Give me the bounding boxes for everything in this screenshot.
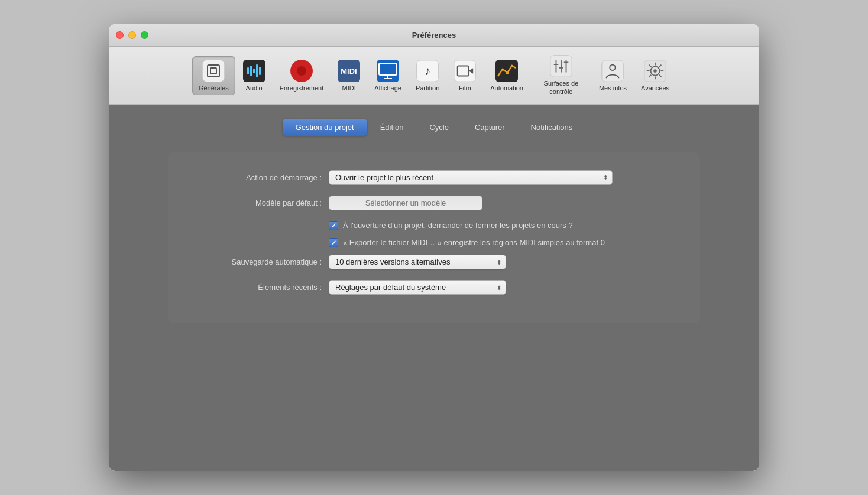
modele-par-defaut-row: Modèle par défaut : — [192, 196, 676, 210]
toolbar-item-affichage[interactable]: Affichage — [368, 56, 408, 95]
sauvegarde-row: Sauvegarde automatique : Désactivé 5 der… — [192, 255, 676, 269]
toolbar-label-partition: Partition — [416, 84, 439, 92]
action-demarrage-control: Ne rien faire Ouvrir le projet le plus r… — [329, 170, 613, 185]
svg-rect-6 — [259, 67, 261, 75]
affichage-icon — [377, 60, 399, 82]
svg-rect-4 — [253, 69, 255, 73]
action-demarrage-wrapper: Ne rien faire Ouvrir le projet le plus r… — [329, 170, 613, 185]
svg-point-21 — [506, 71, 509, 74]
svg-text:♪: ♪ — [425, 63, 430, 77]
action-demarrage-row: Action de démarrage : Ne rien faire Ouvr… — [192, 170, 676, 185]
checkbox2[interactable]: ✓ — [329, 238, 338, 248]
modele-par-defaut-control — [329, 196, 613, 210]
modele-par-defaut-label: Modèle par défaut : — [192, 198, 322, 207]
svg-rect-1 — [210, 68, 216, 74]
toolbar-label-midi: MIDI — [342, 84, 356, 92]
close-button[interactable] — [116, 31, 124, 39]
toolbar-label-automation: Automation — [490, 84, 523, 92]
elements-recents-select[interactable]: Réglages par défaut du système 5 élément… — [329, 280, 506, 295]
toolbar-label-mesinfos: Mes infos — [599, 84, 627, 92]
toolbar-item-automation[interactable]: Automation — [484, 56, 530, 95]
svg-rect-2 — [247, 67, 249, 74]
checkbox2-label: « Exporter le fichier MIDI… » enregistre… — [343, 238, 605, 248]
window-title: Préférences — [412, 31, 456, 40]
toolbar-label-audio: Audio — [246, 84, 263, 92]
svg-rect-20 — [495, 60, 518, 82]
sauvegarde-label: Sauvegarde automatique : — [192, 258, 322, 266]
toolbar-label-affichage: Affichage — [374, 84, 401, 92]
checkbox1-label: À l'ouverture d'un projet, demander de f… — [343, 221, 573, 231]
toolbar-item-avancees[interactable]: Avancées — [634, 56, 676, 95]
checkbox2-container: ✓ « Exporter le fichier MIDI… » enregist… — [329, 238, 605, 248]
tab-cycle[interactable]: Cycle — [416, 119, 462, 136]
tab-gestion[interactable]: Gestion du projet — [283, 119, 367, 136]
toolbar-label-avancees: Avancées — [641, 84, 669, 92]
toolbar-item-film[interactable]: Film — [447, 56, 482, 95]
elements-recents-row: Éléments récents : Réglages par défaut d… — [192, 280, 676, 295]
surfaces-icon — [550, 55, 572, 77]
checkbox1-row: ✓ À l'ouverture d'un projet, demander de… — [192, 221, 676, 231]
toolbar-item-enregistrement[interactable]: Enregistrement — [273, 56, 331, 95]
checkbox2-check: ✓ — [331, 240, 336, 246]
toolbar-label-surfaces: Surfaces de contrôle — [537, 80, 585, 95]
preferences-window: Préférences Générales — [109, 24, 759, 470]
elements-recents-wrapper: Réglages par défaut du système 5 élément… — [329, 280, 506, 295]
sauvegarde-control: Désactivé 5 dernières versions alternati… — [329, 255, 613, 269]
tab-capturer[interactable]: Capturer — [462, 119, 518, 136]
checkbox1-container: ✓ À l'ouverture d'un projet, demander de… — [329, 221, 573, 231]
partition-icon: ♪ — [416, 60, 439, 82]
minimize-button[interactable] — [128, 31, 136, 39]
toolbar-item-generales[interactable]: Générales — [192, 56, 235, 95]
tab-bar: Gestion du projet Édition Cycle Capturer… — [121, 119, 747, 136]
sauvegarde-select[interactable]: Désactivé 5 dernières versions alternati… — [329, 255, 506, 269]
mesinfos-icon — [601, 60, 624, 82]
sauvegarde-wrapper: Désactivé 5 dernières versions alternati… — [329, 255, 506, 269]
checkbox2-row: ✓ « Exporter le fichier MIDI… » enregist… — [192, 238, 676, 248]
tab-edition[interactable]: Édition — [367, 119, 417, 136]
action-demarrage-select[interactable]: Ne rien faire Ouvrir le projet le plus r… — [329, 170, 613, 185]
titlebar: Préférences — [109, 24, 759, 47]
content-area: Gestion du projet Édition Cycle Capturer… — [109, 105, 759, 471]
toolbar-item-midi[interactable]: MIDI MIDI — [331, 56, 367, 95]
toolbar-label-enregistrement: Enregistrement — [280, 84, 324, 92]
toolbar: Générales Audio — [109, 47, 759, 104]
settings-panel: Action de démarrage : Ne rien faire Ouvr… — [168, 152, 700, 324]
generales-icon — [202, 60, 225, 82]
checkbox1[interactable]: ✓ — [329, 221, 338, 230]
midi-icon: MIDI — [338, 60, 360, 82]
elements-recents-label: Éléments récents : — [192, 283, 322, 292]
tab-notifications[interactable]: Notifications — [518, 119, 586, 136]
svg-text:MIDI: MIDI — [341, 67, 357, 76]
automation-icon — [495, 60, 518, 82]
window-controls — [116, 31, 148, 39]
checkbox1-check: ✓ — [331, 223, 336, 229]
audio-icon — [243, 60, 265, 82]
avancees-icon — [644, 60, 666, 82]
svg-point-33 — [653, 69, 657, 73]
svg-rect-5 — [256, 64, 258, 77]
action-demarrage-label: Action de démarrage : — [192, 173, 322, 182]
maximize-button[interactable] — [141, 31, 148, 39]
svg-rect-3 — [250, 66, 252, 76]
svg-rect-0 — [208, 65, 219, 77]
enregistrement-icon — [290, 60, 313, 82]
modele-par-defaut-input[interactable] — [329, 196, 482, 210]
toolbar-item-surfaces[interactable]: Surfaces de contrôle — [531, 51, 591, 99]
toolbar-label-film: Film — [459, 84, 471, 92]
film-icon — [454, 60, 476, 82]
toolbar-item-audio[interactable]: Audio — [237, 56, 272, 95]
elements-recents-control: Réglages par défaut du système 5 élément… — [329, 280, 613, 295]
toolbar-item-partition[interactable]: ♪ Partition — [409, 56, 446, 95]
svg-point-8 — [297, 66, 306, 76]
toolbar-label-generales: Générales — [199, 84, 229, 92]
toolbar-item-mesinfos[interactable]: Mes infos — [592, 56, 633, 95]
